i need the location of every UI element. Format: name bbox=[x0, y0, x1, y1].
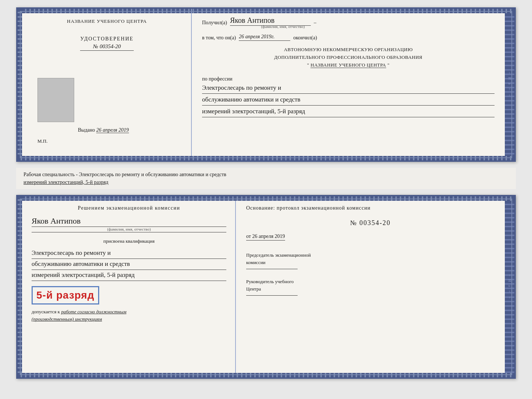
rukovoditel-signature-line bbox=[246, 295, 298, 296]
ot-date: 26 апреля 2019 bbox=[252, 234, 285, 239]
border-bottom bbox=[18, 156, 514, 160]
top-document: НАЗВАНИЕ УЧЕБНОГО ЦЕНТРА УДОСТОВЕРЕНИЕ №… bbox=[16, 7, 516, 162]
vtom-line: в том, что он(а) 26 апреля 2019г. окончи… bbox=[202, 34, 495, 41]
poluchil-label: Получил(а) bbox=[202, 20, 227, 26]
dopuskaetsya-block: допускается к работе согласно должностны… bbox=[32, 308, 226, 324]
right-border-strip: – И а ← – bbox=[505, 9, 514, 160]
middle-text: Рабочая специальность - Электрослесарь п… bbox=[16, 168, 516, 189]
udostoverenie-block: УДОСТОВЕРЕНИЕ № 00354-20 bbox=[80, 36, 133, 51]
ot-prefix: от bbox=[246, 234, 251, 239]
recipient-dash: – bbox=[314, 20, 316, 26]
top-right-panel: Получил(а) Яков Антипов – (фамилия, имя,… bbox=[192, 9, 505, 160]
org-quote2: " bbox=[387, 62, 389, 68]
bottom-document: Решением экзаменационной комиссии Яков А… bbox=[16, 195, 516, 379]
vtom-label: в том, что он(а) bbox=[202, 35, 236, 41]
qual-line1: Электрослесарь по ремонту и bbox=[32, 248, 226, 259]
org-block: АВТОНОМНУЮ НЕКОММЕРЧЕСКУЮ ОРГАНИЗАЦИЮ ДО… bbox=[202, 46, 495, 69]
ot-label: от 26 апреля 2019 bbox=[246, 234, 285, 241]
fio-subtitle-bottom: (фамилия, имя, отчество) bbox=[32, 227, 226, 232]
dopuskaetsya-prefix: допускается к bbox=[32, 309, 60, 314]
okonchil-label: окончил(а) bbox=[293, 35, 317, 41]
rank-badge-text: 5-й разряд bbox=[36, 289, 94, 301]
rank-badge-container: 5-й разряд bbox=[32, 285, 226, 304]
bottom-right-border-strip: – И а ← – bbox=[505, 196, 514, 377]
qual-line3: измерений электростанций, 5-й разряд bbox=[32, 270, 226, 281]
predsedatel-block: Председатель экзаменационной комиссии bbox=[246, 252, 495, 269]
bottom-right-panel: Основание: протокол экзаменационной коми… bbox=[236, 196, 505, 377]
middle-line1: Рабочая специальность - Электрослесарь п… bbox=[24, 171, 508, 178]
dopuskaetsya-italic1: работе согласно должностным bbox=[61, 309, 126, 314]
rukovoditel-line1: Руководитель учебного bbox=[246, 279, 294, 284]
po-professii: по профессии bbox=[202, 76, 495, 82]
profession-line3: измерений электростанций, 5-й разряд bbox=[202, 106, 495, 117]
ot-block: от 26 апреля 2019 bbox=[246, 232, 495, 241]
bottom-left-panel: Решением экзаменационной комиссии Яков А… bbox=[23, 196, 236, 377]
resheniyem-label: Решением экзаменационной комиссии bbox=[32, 205, 226, 211]
protocol-number: № 00354-20 bbox=[246, 219, 495, 227]
signatures-block: Председатель экзаменационной комиссии Ру… bbox=[246, 252, 495, 296]
osnovanie-label: Основание: протокол экзаменационной коми… bbox=[246, 205, 495, 211]
predsedatel-line2: комиссии bbox=[246, 260, 266, 265]
prisvoena-label: присвоена квалификация bbox=[32, 238, 226, 244]
middle-line2: измерений электростанций, 5-й разряд bbox=[24, 178, 508, 186]
rukovoditel-label: Руководитель учебного Центра bbox=[246, 278, 495, 292]
org-name: НАЗВАНИЕ УЧЕБНОГО ЦЕНТРА bbox=[310, 62, 386, 68]
profession-line1: Электрослесарь по ремонту и bbox=[202, 83, 495, 94]
bottom-border-top bbox=[18, 196, 514, 201]
predsedatel-signature-line bbox=[246, 269, 298, 269]
org-line1: АВТОНОМНУЮ НЕКОММЕРЧЕСКУЮ ОРГАНИЗАЦИЮ bbox=[202, 46, 495, 54]
vydano-date: 26 апреля 2019 bbox=[96, 127, 129, 133]
rukovoditel-block: Руководитель учебного Центра bbox=[246, 278, 495, 296]
org-line2: ДОПОЛНИТЕЛЬНОГО ПРОФЕССИОНАЛЬНОГО ОБРАЗО… bbox=[202, 54, 495, 61]
school-name-left: НАЗВАНИЕ УЧЕБНОГО ЦЕНТРА bbox=[67, 18, 147, 25]
profession-line2: обслуживанию автоматики и средств bbox=[202, 95, 495, 106]
qual-block: Электрослесарь по ремонту и обслуживанию… bbox=[32, 248, 226, 281]
doc-number-left: № 00354-20 bbox=[80, 43, 133, 51]
bottom-border-bottom bbox=[18, 373, 514, 377]
bottom-name-block: Яков Антипов (фамилия, имя, отчество) bbox=[32, 215, 226, 232]
dopuskaetsya-italic2: (производственным) инструкциям bbox=[32, 316, 102, 322]
profession-block: по профессии Электрослесарь по ремонту и… bbox=[202, 74, 495, 117]
bottom-name-cursive: Яков Антипов bbox=[32, 216, 226, 227]
side-decoration: – И а ← – bbox=[508, 72, 512, 97]
udostoverenie-title: УДОСТОВЕРЕНИЕ bbox=[80, 36, 133, 42]
mp-label: М.П. bbox=[37, 138, 47, 144]
rank-badge: 5-й разряд bbox=[32, 286, 99, 304]
recipient-block: Получил(а) Яков Антипов – (фамилия, имя,… bbox=[202, 16, 495, 29]
vtom-date: 26 апреля 2019г. bbox=[239, 34, 290, 41]
vydano-line: Выдано 26 апреля 2019 bbox=[78, 127, 129, 133]
bottom-side-decoration: – И а ← – bbox=[508, 274, 512, 300]
photo-placeholder bbox=[37, 78, 74, 122]
bottom-border-left bbox=[18, 196, 22, 377]
qual-line2: обслуживанию автоматики и средств bbox=[32, 259, 226, 270]
border-left bbox=[18, 9, 22, 160]
predsedatel-line1: Председатель экзаменационной bbox=[246, 252, 311, 258]
predsedatel-label: Председатель экзаменационной комиссии bbox=[246, 252, 495, 266]
rukovoditel-line2: Центра bbox=[246, 286, 261, 292]
vydano-label: Выдано bbox=[78, 127, 95, 133]
org-quote: " bbox=[307, 62, 309, 68]
org-name-line: " НАЗВАНИЕ УЧЕБНОГО ЦЕНТРА " bbox=[202, 61, 495, 69]
top-left-panel: НАЗВАНИЕ УЧЕБНОГО ЦЕНТРА УДОСТОВЕРЕНИЕ №… bbox=[23, 9, 192, 160]
recipient-line: Получил(а) Яков Антипов – bbox=[202, 16, 495, 26]
